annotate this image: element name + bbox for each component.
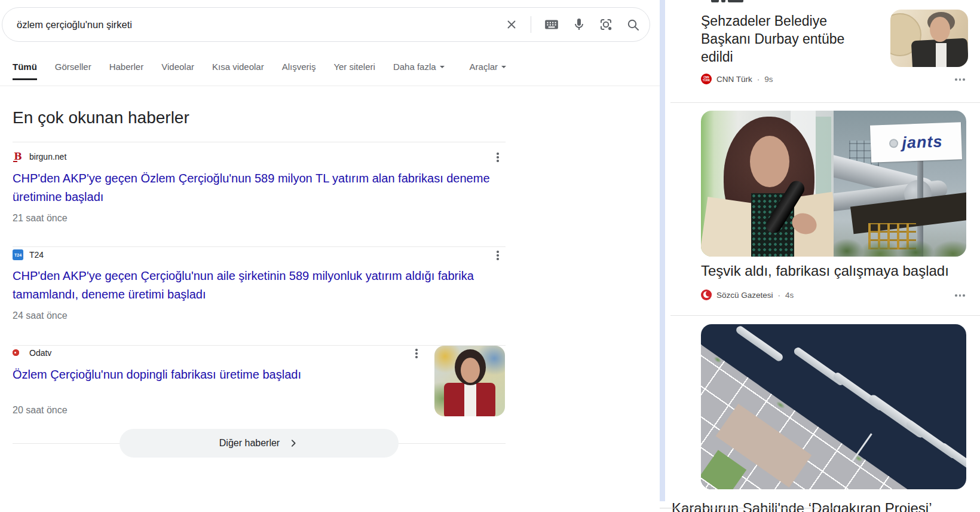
t24-favicon: T24 [13,249,23,260]
odatv-favicon [13,348,23,358]
panel-bottom-line [660,508,837,508]
tab-videolar[interactable]: Videolar [161,62,194,80]
tab-kisa-videolar[interactable]: Kısa videolar [212,62,264,80]
clipped-text-fragment [721,0,725,2]
result-source-name: birgun.net [29,152,66,161]
factory-photo: jants [834,111,966,257]
cnn-turk-favicon: CNNTÜRK [701,74,712,84]
result-tabs: Tümü Görseller Haberler Videolar Kısa vi… [13,62,506,80]
screen: Tümü Görseller Haberler Videolar Kısa vi… [0,0,980,512]
clipped-text-fragment [728,0,743,2]
panel-card-menu-icon[interactable] [955,294,965,297]
result-menu-icon[interactable] [492,152,503,163]
panel-card-source: CNN Türk [716,75,752,84]
sozcu-favicon [701,289,712,300]
news-section-heading: En çok okunan haberler [13,108,189,127]
result-title-link[interactable]: Özlem Çerçioğlu'nun dopingli fabrikası ü… [13,365,401,384]
result-timestamp: 24 saat önce [13,310,68,321]
search-input[interactable] [17,8,387,41]
panel-divider [670,102,980,103]
tab-daha-fazla[interactable]: Daha fazla [393,62,445,80]
birgun-favicon: B [13,151,23,162]
result-source-name: T24 [29,250,44,260]
tab-yer-siteleri[interactable]: Yer siteleri [333,62,375,80]
panel-card-image[interactable] [701,324,966,489]
meta-dot: · [757,75,760,84]
lens-camera-icon[interactable] [599,17,613,32]
chevron-right-icon [288,438,299,449]
keyboard-icon[interactable] [544,17,559,32]
result-menu-icon[interactable] [492,250,503,261]
speaker-photo [701,111,834,257]
panel-card-source-row: CNNTÜRK CNN Türk · 9s [701,74,773,84]
search-bar[interactable] [2,7,650,42]
search-bar-divider [531,16,531,33]
divider [13,246,506,247]
tabs-divider [0,86,660,86]
search-icon[interactable] [626,17,640,32]
clear-icon[interactable] [505,18,518,31]
breakwater [735,325,785,362]
result-timestamp: 20 saat önce [13,405,68,416]
panel-card-menu-icon[interactable] [955,78,965,81]
panel-card-source: Sözcü Gazetesi [716,291,773,300]
mic-icon[interactable] [572,17,586,32]
tab-araclar[interactable]: Araçlar [470,62,507,80]
divider [13,142,506,142]
panel-card-thumbnail[interactable] [890,10,968,67]
panel-card-title[interactable]: Teşvik aldı, fabrikası çalışmaya başladı [701,262,970,280]
tab-tumu[interactable]: Tümü [13,62,37,80]
clipped-text-fragment [711,0,719,2]
panel-card-title-cut[interactable]: Karaburun Sahili'nde ‘Dalgakıran Projesi… [672,500,932,512]
result-title-link[interactable]: CHP'den AKP'ye geçen Özlem Çerçioğlu'nun… [13,169,500,206]
result-source-row: Odatv [13,348,51,358]
result-source-row: T24 T24 [13,249,44,260]
panel-card-time: 4s [785,291,794,300]
panel-card-title[interactable]: Şehzadeler Belediye Başkanı Durbay entüb… [701,12,861,66]
factory-sign: jants [870,122,962,162]
panel-card-time: 9s [764,75,773,84]
tab-haberler[interactable]: Haberler [109,62,144,80]
panel-divider [670,315,980,316]
tab-alisveris[interactable]: Alışveriş [282,62,316,80]
result-source-row: B birgun.net [13,151,66,162]
result-title-link[interactable]: CHP'den AKP'ye geçen Çerçioğlu'nun aile … [13,267,500,304]
meta-dot: · [778,291,781,300]
breakwater [938,441,966,482]
result-source-name: Odatv [29,348,51,358]
result-menu-icon[interactable] [411,348,422,359]
panel-left-edge [660,0,665,501]
tab-gorseller[interactable]: Görseller [55,62,91,80]
divider [13,345,506,346]
result-timestamp: 21 saat önce [13,213,68,224]
panel-card-image[interactable]: jants [701,111,966,257]
panel-card-source-row: Sözcü Gazetesi · 4s [701,289,794,300]
more-news-button[interactable]: Diğer haberler [120,429,399,458]
result-thumbnail[interactable] [434,346,505,416]
